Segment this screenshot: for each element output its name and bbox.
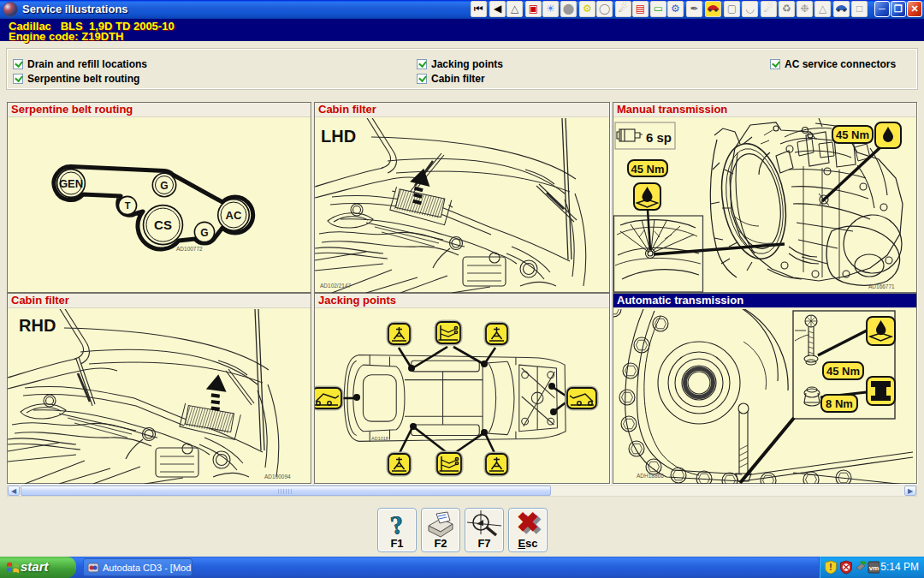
svg-text:!: !: [829, 563, 832, 572]
svg-text:vm: vm: [869, 564, 880, 572]
svg-text:G: G: [160, 180, 168, 192]
svg-text:ADH18866: ADH18866: [637, 473, 664, 479]
svg-text:6 sp: 6 sp: [646, 130, 672, 145]
svg-text:G: G: [200, 227, 208, 239]
svg-text:AD100772: AD100772: [176, 246, 203, 252]
svg-text:?: ?: [388, 510, 405, 539]
svg-text:AC: AC: [226, 209, 242, 222]
svg-text:45 Nm: 45 Nm: [826, 365, 860, 378]
svg-text:CS: CS: [154, 217, 172, 232]
svg-text:GEN: GEN: [59, 177, 83, 190]
svg-text:45 Nm: 45 Nm: [836, 128, 869, 141]
svg-text:AD166771: AD166771: [868, 283, 895, 289]
svg-text:T: T: [125, 200, 131, 211]
svg-text:LHD: LHD: [321, 127, 356, 146]
svg-text:8 Nm: 8 Nm: [826, 397, 853, 410]
svg-text:AD102/2147: AD102/2147: [320, 283, 352, 289]
svg-text:✖: ✖: [517, 510, 540, 538]
svg-text:RHD: RHD: [19, 316, 56, 335]
svg-text:AD1018: AD1018: [371, 436, 388, 441]
svg-text:AD100094: AD100094: [264, 474, 291, 480]
svg-text:45 Nm: 45 Nm: [631, 163, 664, 176]
